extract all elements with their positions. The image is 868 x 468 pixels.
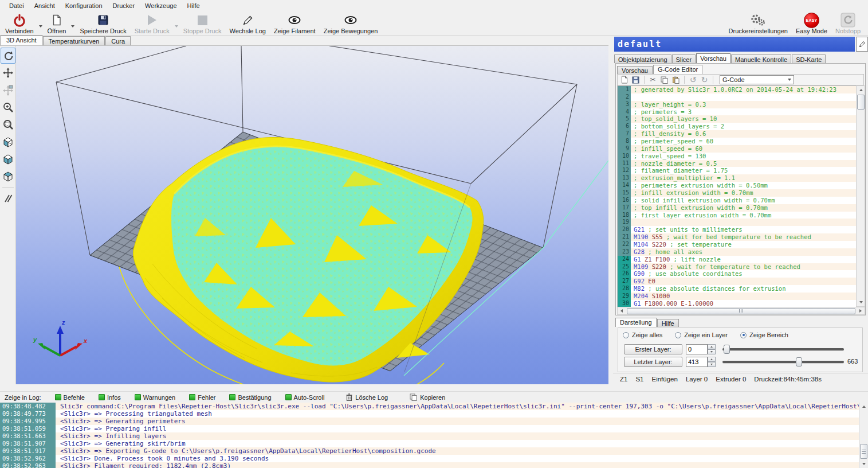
editor-vertical-scrollbar[interactable] (856, 85, 865, 307)
gcode-line[interactable]: 3; layer_height = 0.3 (618, 101, 856, 108)
toggle-auto-scroll[interactable]: Auto-Scroll (285, 394, 325, 401)
menu-datei[interactable]: Datei (5, 1, 29, 10)
subtab-gcode-editor[interactable]: G-Code Editor (653, 65, 702, 74)
scroll-right-arrow[interactable] (857, 307, 865, 314)
gcode-line[interactable]: 5; top_solid_layers = 10 (618, 115, 856, 123)
last-layer-spinner[interactable] (708, 357, 716, 367)
gcode-line[interactable]: 21M190 S55 ; wait for bed temperature to… (618, 233, 856, 241)
stop-print-button[interactable]: Stoppe Druck (179, 11, 226, 35)
tab-vorschau[interactable]: Vorschau (696, 53, 730, 63)
open-dropdown[interactable] (70, 17, 76, 35)
easy-mode-button[interactable]: EASY Easy Mode (792, 11, 831, 35)
gcode-line[interactable]: 15; infill extrusion width = 0.70mm (618, 189, 856, 197)
gcode-line[interactable]: 24G1 Z1 F100 ; lift nozzle (618, 256, 856, 263)
first-layer-input[interactable] (686, 344, 708, 354)
radio-zeige-alles[interactable]: Zeige alles (623, 332, 662, 338)
gcode-line[interactable]: 2 (618, 93, 856, 101)
gcode-line[interactable]: 13; extrusion_multiplier = 1.1 (618, 174, 856, 182)
first-layer-button[interactable]: Erster Layer: (624, 344, 682, 354)
log-vertical-scrollbar[interactable] (859, 403, 868, 468)
last-layer-slider[interactable] (722, 357, 844, 367)
gcode-line[interactable]: 28M82 ; use absolute distances for extru… (618, 285, 856, 292)
toggle-warnungen[interactable]: Warnungen (135, 394, 175, 401)
gcode-line[interactable]: 20G21 ; set units to millimeters (618, 226, 856, 233)
printer-settings-button[interactable]: Druckereinstellungen (725, 11, 792, 35)
copy-icon[interactable] (660, 76, 669, 84)
gcode-line[interactable]: 30G1 F1800.000 E-1.00000 (618, 300, 856, 307)
start-print-dropdown[interactable] (174, 17, 179, 35)
toggle-infos[interactable]: Infos (99, 394, 121, 401)
gcode-line[interactable]: 6; bottom_solid_layers = 2 (618, 123, 856, 130)
first-layer-spinner[interactable] (708, 344, 716, 354)
slider-thumb[interactable] (796, 357, 802, 366)
gcode-line[interactable]: 27G92 E0 (618, 278, 856, 285)
gcode-line[interactable]: 29M204 S1000 (618, 292, 856, 300)
scroll-up-arrow[interactable] (857, 86, 865, 94)
last-layer-button[interactable]: Letzter Layer: (624, 357, 682, 367)
subtab-vorschau[interactable]: Vorschau (617, 66, 653, 74)
gcode-line[interactable]: 12; filament_diameter = 1.75 (618, 167, 856, 174)
toggle-befehle[interactable]: Befehle (55, 394, 85, 401)
fit-view-tool-button[interactable] (1, 116, 15, 132)
tab-cura[interactable]: Cura (105, 36, 131, 45)
gcode-line[interactable]: 9; infill_speed = 60 (618, 145, 856, 153)
tab-hilfe[interactable]: Hilfe (657, 319, 679, 327)
new-file-icon[interactable] (620, 76, 629, 84)
gcode-line[interactable]: 17; top infill extrusion width = 0.70mm (618, 204, 856, 212)
parallel-projection-button[interactable] (1, 190, 15, 206)
clear-log-button[interactable]: Lösche Log (346, 393, 388, 401)
menu-werkzeuge[interactable]: Werkzeuge (140, 1, 181, 10)
gcode-line[interactable]: 7; fill_density = 0.6 (618, 130, 856, 138)
copy-log-button[interactable]: Kopieren (410, 393, 445, 401)
3d-viewport[interactable]: z x y (16, 46, 608, 384)
tab-3d-ansicht[interactable]: 3D Ansicht (1, 35, 42, 45)
show-travel-button[interactable]: Zeige Bewegungen (320, 11, 382, 35)
toggle-bestaetigung[interactable]: Bestätigung (229, 394, 271, 401)
scroll-up-arrow[interactable] (859, 403, 868, 411)
tab-darstellung[interactable]: Darstellung (615, 318, 657, 327)
redo-icon[interactable]: ↻ (700, 76, 709, 84)
edit-printer-button[interactable] (856, 37, 868, 52)
toggle-log-button[interactable]: Wechsle Log (226, 11, 270, 35)
zoom-tool-button[interactable] (1, 99, 15, 115)
gcode-line[interactable]: 16; solid infill extrusion width = 0.70m… (618, 197, 856, 204)
gcode-line[interactable]: 19 (618, 219, 856, 226)
menu-hilfe[interactable]: Hilfe (183, 1, 205, 10)
panel-splitter[interactable] (608, 36, 613, 384)
connect-button[interactable]: Verbinden (1, 11, 38, 35)
save-print-button[interactable]: Speichere Druck (76, 11, 130, 35)
radio-zeige-bereich[interactable]: Zeige Bereich (740, 332, 788, 338)
tab-sd-karte[interactable]: SD-Karte (792, 54, 826, 63)
gcode-line[interactable]: 4; perimeters = 3 (618, 108, 856, 116)
tab-slicer[interactable]: Slicer (672, 54, 696, 63)
tab-temperaturkurven[interactable]: Temperaturkurven (43, 36, 105, 45)
toggle-fehler[interactable]: Fehler (189, 394, 215, 401)
gcode-line[interactable]: 18; first layer extrusion width = 0.70mm (618, 212, 856, 219)
menu-konfiguration[interactable]: Konfiguration (61, 1, 107, 10)
log-output[interactable]: 09:38:48.482Slic3r command:C:\Program Fi… (0, 403, 868, 468)
move-tool-button[interactable] (1, 65, 15, 81)
show-filament-button[interactable]: Zeige Filament (270, 11, 320, 35)
move-object-tool-button[interactable] (1, 82, 15, 98)
menu-drucker[interactable]: Drucker (108, 1, 140, 10)
gcode-line[interactable]: 25M109 S220 ; wait for temperature to be… (618, 263, 856, 271)
gcode-line[interactable]: 1; generated by Slic3r 1.0.0RC2 on 2014-… (618, 86, 856, 93)
save-file-icon[interactable] (631, 76, 640, 84)
emergency-stop-button[interactable]: Notstopp (831, 11, 865, 35)
gcode-editor[interactable]: 1; generated by Slic3r 1.0.0RC2 on 2014-… (617, 85, 856, 307)
scroll-down-arrow[interactable] (859, 460, 868, 468)
log-scroll-thumb[interactable] (860, 444, 867, 459)
gcode-line[interactable]: 22M104 S220 ; set temperature (618, 241, 856, 248)
gcode-line[interactable]: 14; perimeters extrusion width = 0.50mm (618, 182, 856, 189)
scroll-left-arrow[interactable] (618, 307, 626, 314)
tab-objektplatzierung[interactable]: Objektplatzierung (614, 54, 671, 63)
cut-icon[interactable]: ✂ (649, 76, 657, 84)
front-view-button[interactable] (1, 151, 15, 167)
gcode-line[interactable]: 10; travel_speed = 130 (618, 153, 856, 160)
start-print-button[interactable]: Starte Druck (131, 11, 174, 35)
gcode-file-select[interactable]: G-Code (720, 75, 794, 84)
editor-hscroll-thumb[interactable] (627, 308, 855, 314)
menu-ansicht[interactable]: Ansicht (30, 1, 60, 10)
paste-icon[interactable] (671, 76, 680, 84)
gcode-line[interactable]: 23G28 ; home all axes (618, 248, 856, 256)
